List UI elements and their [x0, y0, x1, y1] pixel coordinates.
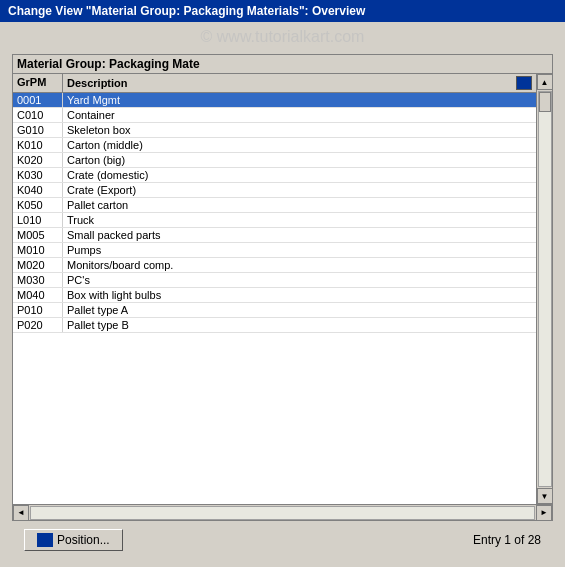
cell-desc: Yard Mgmt	[63, 93, 536, 107]
table-row[interactable]: M020Monitors/board comp.	[13, 258, 536, 273]
cell-grpm: K050	[13, 198, 63, 212]
scroll-right-button[interactable]: ►	[536, 505, 552, 521]
cell-grpm: M005	[13, 228, 63, 242]
cell-grpm: M030	[13, 273, 63, 287]
table-row[interactable]: M040Box with light bulbs	[13, 288, 536, 303]
horizontal-scrollbar[interactable]: ◄ ►	[13, 504, 552, 520]
scroll-thumb-v[interactable]	[539, 92, 551, 112]
cell-desc: Carton (middle)	[63, 138, 536, 152]
cell-grpm: M040	[13, 288, 63, 302]
table-row[interactable]: M005Small packed parts	[13, 228, 536, 243]
cell-desc: Pumps	[63, 243, 536, 257]
table-row[interactable]: K020Carton (big)	[13, 153, 536, 168]
cell-desc: Skeleton box	[63, 123, 536, 137]
scroll-left-button[interactable]: ◄	[13, 505, 29, 521]
cell-grpm: K040	[13, 183, 63, 197]
scroll-track-h[interactable]	[30, 506, 535, 520]
cell-desc: Container	[63, 108, 536, 122]
data-table: Material Group: Packaging Mate GrPM Desc…	[12, 54, 553, 521]
cell-grpm: K030	[13, 168, 63, 182]
scroll-down-button[interactable]: ▼	[537, 488, 553, 504]
table-row[interactable]: G010Skeleton box	[13, 123, 536, 138]
footer-bar: Position... Entry 1 of 28	[12, 521, 553, 559]
vertical-scrollbar[interactable]: ▲ ▼	[536, 74, 552, 504]
position-icon	[37, 533, 53, 547]
position-button-label: Position...	[57, 533, 110, 547]
cell-desc: Monitors/board comp.	[63, 258, 536, 272]
title-bar: Change View "Material Group: Packaging M…	[0, 0, 565, 22]
table-row[interactable]: K030Crate (domestic)	[13, 168, 536, 183]
cell-desc: PC's	[63, 273, 536, 287]
cell-desc: Pallet type B	[63, 318, 536, 332]
table-rows: 0001Yard MgmtC010ContainerG010Skeleton b…	[13, 93, 536, 504]
cell-grpm: G010	[13, 123, 63, 137]
table-row[interactable]: 0001Yard Mgmt	[13, 93, 536, 108]
cell-desc: Truck	[63, 213, 536, 227]
cell-desc: Box with light bulbs	[63, 288, 536, 302]
cell-grpm: C010	[13, 108, 63, 122]
cell-desc: Pallet type A	[63, 303, 536, 317]
position-button[interactable]: Position...	[24, 529, 123, 551]
table-row[interactable]: K010Carton (middle)	[13, 138, 536, 153]
column-headers: GrPM Description	[13, 74, 536, 93]
cell-grpm: K020	[13, 153, 63, 167]
cell-grpm: 0001	[13, 93, 63, 107]
table-row[interactable]: P020Pallet type B	[13, 318, 536, 333]
col-header-desc: Description	[63, 74, 536, 92]
cell-desc: Crate (Export)	[63, 183, 536, 197]
cell-grpm: M010	[13, 243, 63, 257]
main-window: Change View "Material Group: Packaging M…	[0, 0, 565, 567]
watermark: © www.tutorialkart.com	[0, 22, 565, 50]
window-title: Change View "Material Group: Packaging M…	[8, 4, 365, 18]
cell-grpm: K010	[13, 138, 63, 152]
table-row[interactable]: L010Truck	[13, 213, 536, 228]
main-content: Material Group: Packaging Mate GrPM Desc…	[0, 50, 565, 567]
table-row[interactable]: M010Pumps	[13, 243, 536, 258]
table-row[interactable]: C010Container	[13, 108, 536, 123]
cell-grpm: P010	[13, 303, 63, 317]
table-row[interactable]: K040Crate (Export)	[13, 183, 536, 198]
cell-desc: Pallet carton	[63, 198, 536, 212]
table-group-header: Material Group: Packaging Mate	[13, 55, 552, 74]
scroll-up-button[interactable]: ▲	[537, 74, 553, 90]
cell-grpm: M020	[13, 258, 63, 272]
table-row[interactable]: P010Pallet type A	[13, 303, 536, 318]
col-header-grpm: GrPM	[13, 74, 63, 92]
column-sort-icon[interactable]	[516, 76, 532, 90]
cell-desc: Carton (big)	[63, 153, 536, 167]
table-row[interactable]: M030PC's	[13, 273, 536, 288]
cell-grpm: P020	[13, 318, 63, 332]
entry-info: Entry 1 of 28	[473, 533, 541, 547]
cell-desc: Small packed parts	[63, 228, 536, 242]
cell-desc: Crate (domestic)	[63, 168, 536, 182]
scroll-track-v[interactable]	[538, 91, 552, 487]
cell-grpm: L010	[13, 213, 63, 227]
table-row[interactable]: K050Pallet carton	[13, 198, 536, 213]
